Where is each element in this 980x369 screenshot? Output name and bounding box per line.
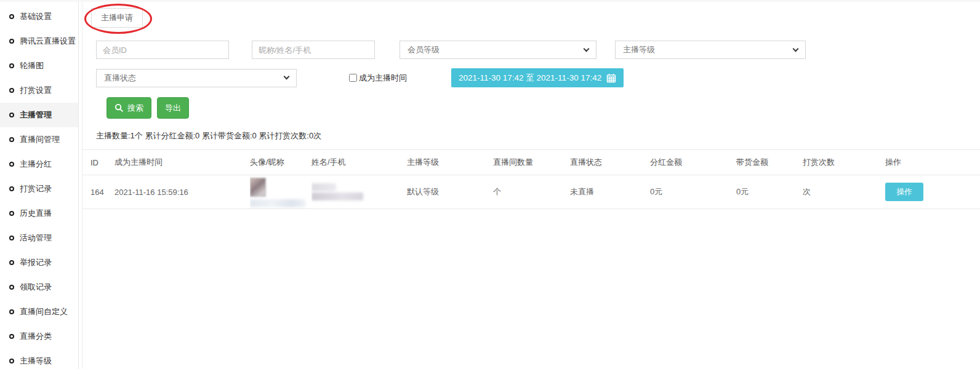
- table-header: ID 成为主播时间 头像/昵称 姓名/手机 主播等级 直播间数量 直播状态 分红…: [82, 150, 980, 175]
- circle-bullet-icon: [9, 63, 14, 68]
- become-anchor-time-checkbox-wrap[interactable]: 成为主播时间: [349, 73, 407, 84]
- filter-row-2: 直播状态 成为主播时间 2021-11-30 17:42 至 2021-11-3…: [96, 68, 980, 87]
- row-action-button[interactable]: 操作: [885, 183, 923, 201]
- cell-room-count: 个: [493, 175, 570, 209]
- col-header-become-time: 成为主播时间: [114, 150, 250, 175]
- circle-bullet-icon: [9, 162, 14, 167]
- search-icon: [114, 103, 124, 113]
- cell-reward-count: 次: [803, 175, 885, 209]
- col-header-anchor-level: 主播等级: [407, 150, 493, 175]
- app-window: 基础设置 腾讯云直播设置 轮播图 打赏设置 主播管理 直播间管理 主播分红 打: [0, 2, 980, 369]
- date-range-button[interactable]: 2021-11-30 17:42 至 2021-11-30 17:42: [451, 68, 624, 87]
- sidebar-item-history-live[interactable]: 历史直播: [0, 201, 78, 226]
- sidebar-item-label: 领取记录: [20, 282, 52, 293]
- sidebar-item-anchor-management[interactable]: 主播管理: [0, 103, 78, 127]
- cell-avatar-nickname: [250, 175, 311, 209]
- nickname-name-phone-input[interactable]: [252, 41, 375, 59]
- sidebar-item-activity-management[interactable]: 活动管理: [0, 226, 78, 250]
- circle-bullet-icon: [9, 359, 14, 363]
- cell-become-time: 2021-11-16 15:59:16: [114, 175, 250, 209]
- member-level-select[interactable]: 会员等级: [400, 41, 596, 59]
- circle-bullet-icon: [9, 211, 14, 216]
- live-status-select[interactable]: 直播状态: [96, 69, 297, 87]
- become-anchor-time-checkbox[interactable]: [349, 74, 357, 82]
- col-header-reward-count: 打赏次数: [803, 150, 885, 175]
- tab-anchor-apply[interactable]: 主播申请: [91, 8, 143, 28]
- date-range-text: 2021-11-30 17:42 至 2021-11-30 17:42: [459, 73, 601, 84]
- sidebar-item-label: 基础设置: [20, 11, 52, 22]
- col-header-avatar-nickname: 头像/昵称: [250, 150, 311, 175]
- cell-anchor-level: 默认等级: [407, 175, 493, 209]
- circle-bullet-icon: [9, 14, 14, 19]
- sidebar-item-report-records[interactable]: 举报记录: [0, 250, 78, 275]
- sidebar-item-label: 轮播图: [20, 60, 44, 71]
- sidebar-item-label: 打赏设置: [20, 85, 52, 96]
- chevron-down-icon: [284, 74, 290, 80]
- circle-bullet-icon: [9, 186, 14, 191]
- member-level-select-value: 会员等级: [408, 44, 440, 55]
- filter-actions-row: 搜索 导出: [106, 97, 980, 119]
- cell-live-status: 未直播: [570, 175, 650, 209]
- sidebar-item-label: 举报记录: [20, 257, 52, 268]
- anchor-stats-summary: 主播数量:1个 累计分红金额:0 累计带货金额:0 累计打赏次数:0次: [96, 130, 980, 141]
- sidebar-item-label: 主播分红: [20, 159, 52, 170]
- sidebar-item-live-category[interactable]: 直播分类: [0, 324, 78, 349]
- cell-action: 操作: [885, 175, 980, 209]
- col-header-goods-amount: 带货金额: [736, 150, 803, 175]
- filter-row-1: 会员等级 主播等级: [96, 41, 980, 59]
- sidebar-item-anchor-dividend[interactable]: 主播分红: [0, 152, 78, 177]
- circle-bullet-icon: [9, 260, 14, 265]
- nickname-censored: [250, 199, 305, 207]
- tab-anchor-apply-wrap: 主播申请: [91, 8, 143, 28]
- sidebar-item-reward-settings[interactable]: 打赏设置: [0, 78, 78, 103]
- calendar-icon: [606, 73, 616, 83]
- cell-id: 164: [82, 175, 114, 209]
- sidebar-item-label: 打赏记录: [20, 183, 52, 194]
- circle-bullet-icon: [9, 88, 14, 93]
- sidebar: 基础设置 腾讯云直播设置 轮播图 打赏设置 主播管理 直播间管理 主播分红 打: [0, 2, 79, 369]
- export-button[interactable]: 导出: [157, 97, 189, 119]
- search-button-label: 搜索: [127, 103, 143, 114]
- sidebar-item-tencent-cloud-live-settings[interactable]: 腾讯云直播设置: [0, 29, 78, 54]
- sidebar-item-carousel[interactable]: 轮播图: [0, 54, 78, 78]
- sidebar-item-live-room-management[interactable]: 直播间管理: [0, 127, 78, 152]
- col-header-id: ID: [82, 150, 114, 175]
- table-row: 164 2021-11-16 15:59:16 默认等级 个 未直播 0元 0元: [82, 175, 980, 209]
- filter-panel: 会员等级 主播等级 直播状态 成为主播时间 2021-11: [82, 41, 980, 119]
- sidebar-item-basic-settings[interactable]: 基础设置: [0, 4, 78, 29]
- circle-bullet-icon: [9, 113, 14, 117]
- member-id-input[interactable]: [96, 41, 229, 59]
- main-content: 主播申请 会员等级 主播等级 直播状态: [82, 2, 980, 369]
- col-header-dividend: 分红金额: [650, 150, 736, 175]
- cell-name-phone: [311, 175, 407, 209]
- phone-censored: [311, 192, 363, 200]
- sidebar-item-claim-records[interactable]: 领取记录: [0, 275, 78, 300]
- circle-bullet-icon: [9, 236, 14, 240]
- sidebar-item-label: 直播间管理: [20, 134, 60, 145]
- circle-bullet-icon: [9, 285, 14, 290]
- search-button[interactable]: 搜索: [106, 97, 151, 119]
- cell-dividend: 0元: [650, 175, 736, 209]
- col-header-name-phone: 姓名/手机: [311, 150, 407, 175]
- sidebar-item-label: 历史直播: [20, 208, 52, 219]
- circle-bullet-icon: [9, 334, 14, 339]
- col-header-action: 操作: [885, 150, 980, 175]
- cell-goods-amount: 0元: [736, 175, 803, 209]
- sidebar-item-reward-records[interactable]: 打赏记录: [0, 177, 78, 201]
- circle-bullet-icon: [9, 39, 14, 44]
- sidebar-item-anchor-level[interactable]: 主播等级: [0, 349, 78, 369]
- sidebar-item-label: 直播分类: [20, 331, 52, 342]
- sidebar-item-label: 主播管理: [20, 109, 52, 121]
- anchor-level-select-value: 主播等级: [623, 44, 655, 55]
- circle-bullet-icon: [9, 137, 14, 142]
- sidebar-item-live-room-custom[interactable]: 直播间自定义: [0, 300, 78, 324]
- col-header-room-count: 直播间数量: [493, 150, 570, 175]
- avatar: [250, 178, 266, 197]
- sidebar-item-label: 直播间自定义: [20, 306, 68, 317]
- name-censored: [311, 183, 336, 191]
- sidebar-item-label: 腾讯云直播设置: [20, 36, 76, 47]
- sidebar-item-label: 主播等级: [20, 355, 52, 367]
- live-status-select-value: 直播状态: [104, 73, 136, 84]
- anchor-level-select[interactable]: 主播等级: [615, 41, 806, 59]
- circle-bullet-icon: [9, 309, 14, 314]
